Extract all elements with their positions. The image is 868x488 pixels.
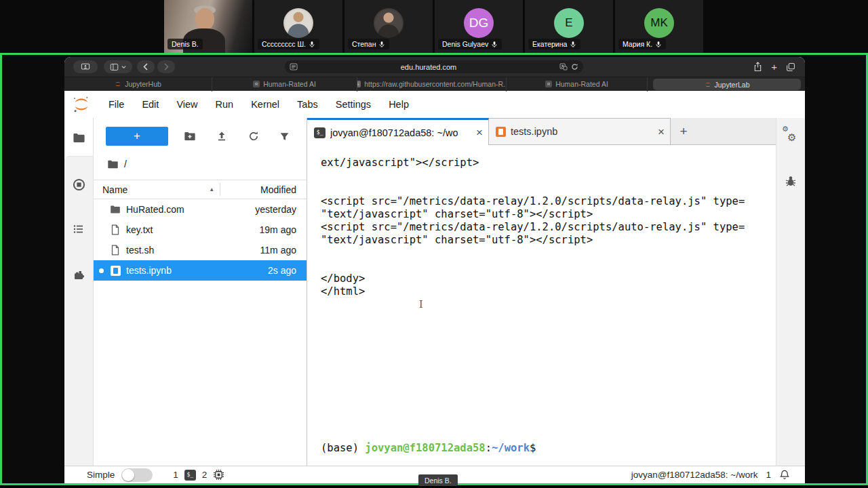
avatar-initials: E: [554, 8, 584, 38]
participant-name: Екатерина: [532, 40, 567, 48]
mic-icon: [309, 41, 315, 48]
site-favicon: G: [357, 81, 361, 87]
menu-help[interactable]: Help: [380, 91, 418, 118]
new-tab-button[interactable]: +: [771, 62, 777, 72]
terminal-count[interactable]: 1: [173, 470, 178, 480]
kernel-chip-icon: [213, 469, 224, 481]
url-text[interactable]: edu.hurated.com: [298, 63, 559, 71]
participant-tile-video[interactable]: Denis B.: [164, 0, 252, 53]
simple-mode-toggle[interactable]: [121, 468, 153, 482]
file-row-keytxt[interactable]: key.txt 19m ago: [94, 220, 307, 240]
running-sessions-tab[interactable]: [64, 172, 93, 197]
upload-button[interactable]: [216, 131, 227, 142]
participant-name-tag: Denis B.: [167, 39, 203, 49]
jupyter-favicon: [115, 81, 121, 87]
session-path[interactable]: jovyan@f180712ada58: ~/work: [631, 470, 758, 480]
browser-nav-row: edu.hurated.com +: [64, 57, 805, 77]
participant-name: Ccccccccc Ш.: [262, 40, 306, 48]
screen: { "meet": { "participants": [ { "name": …: [0, 0, 868, 488]
menu-settings[interactable]: Settings: [327, 91, 380, 118]
file-name: HuRated.com: [126, 204, 184, 215]
browser-tab-human-rated-ai[interactable]: R Human-Rated AI: [212, 77, 357, 92]
file-name: tests.ipynb: [126, 265, 172, 276]
address-bar[interactable]: edu.hurated.com: [285, 60, 583, 73]
extension-manager-tab[interactable]: [64, 263, 93, 287]
breadcrumb-root[interactable]: /: [124, 159, 127, 169]
terminal-tab[interactable]: $_ jovyan@f180712ada58: ~/wo ×: [307, 118, 489, 145]
main-dock: $_ jovyan@f180712ada58: ~/wo × tests.ipy…: [307, 118, 776, 466]
file-row-tests-ipynb[interactable]: tests.ipynb 2s ago: [94, 260, 307, 281]
file-modified: 19m ago: [260, 224, 296, 235]
menu-edit[interactable]: Edit: [133, 91, 167, 118]
sidebar-toggle[interactable]: [104, 60, 132, 73]
property-inspector-tab[interactable]: ⚙ ⚙: [782, 127, 800, 145]
participant-name-tag: Степан: [348, 39, 389, 49]
terminal-prompt: (base) jovyan@f180712ada58:~/work$: [321, 442, 536, 455]
bell-icon[interactable]: [779, 469, 790, 481]
menu-view[interactable]: View: [167, 91, 206, 118]
menu-file[interactable]: File: [100, 91, 133, 118]
menu-kernel[interactable]: Kernel: [242, 91, 288, 118]
filter-button[interactable]: [279, 131, 290, 142]
debugger-tab[interactable]: [785, 175, 797, 187]
sort-ascending-icon[interactable]: ▲: [209, 186, 214, 192]
new-launcher-button[interactable]: +: [106, 127, 168, 146]
menu-run[interactable]: Run: [207, 91, 243, 118]
reader-icon[interactable]: [290, 63, 298, 70]
terminal-line: [321, 182, 769, 195]
browser-tab-label: JupyterHub: [125, 80, 161, 88]
table-of-contents-tab[interactable]: [64, 217, 93, 241]
notification-count[interactable]: 1: [766, 470, 771, 480]
column-header-name[interactable]: Name: [102, 184, 127, 195]
add-tab-button[interactable]: +: [671, 118, 696, 144]
participant-name-tag: Ccccccccc Ш.: [258, 39, 319, 49]
menu-tabs[interactable]: Tabs: [288, 91, 327, 118]
terminal-output[interactable]: ext/javascript"></script> <script src="/…: [307, 145, 776, 466]
kernel-running-dot: [99, 268, 104, 273]
participant-tile[interactable]: Ccccccccc Ш.: [254, 0, 342, 53]
participant-tile[interactable]: Степан: [344, 0, 433, 53]
list-icon: [73, 223, 85, 235]
new-folder-button[interactable]: [184, 131, 196, 142]
site-favicon: R: [253, 81, 260, 87]
file-row-testsh[interactable]: test.sh 11m ago: [94, 240, 307, 260]
forward-button[interactable]: [157, 60, 175, 73]
gear-icon: ⚙: [782, 125, 789, 134]
column-header-modified[interactable]: Modified: [260, 184, 296, 195]
sidebar-icon: [110, 63, 119, 71]
browser-tab-raw-github[interactable]: G https://raw.githubusercontent.com/Huma…: [357, 77, 507, 92]
terminal-line: "text/javascript" charset="utf-8"></scri…: [321, 234, 769, 247]
jupyter-logo: [73, 96, 90, 113]
file-browser-tab[interactable]: [64, 125, 93, 150]
translate-icon[interactable]: [559, 63, 568, 70]
reload-icon[interactable]: [571, 63, 578, 70]
folder-icon[interactable]: [107, 159, 119, 169]
tab-overview-icon[interactable]: [786, 62, 795, 72]
share-icon[interactable]: [753, 62, 762, 72]
participant-tile[interactable]: E Екатерина: [525, 0, 613, 53]
participant-tile[interactable]: DG Denis Gulyaev: [435, 0, 523, 53]
jupyterlab-app: File Edit View Run Kernel Tabs Settings …: [64, 91, 805, 483]
notebook-tab[interactable]: tests.ipynb ×: [489, 118, 671, 144]
browser-tab-jupyterlab-active[interactable]: JupyterLab: [653, 79, 801, 90]
close-icon[interactable]: ×: [476, 127, 483, 138]
refresh-button[interactable]: [248, 131, 259, 142]
participant-name-tag: Denis Gulyaev: [438, 39, 502, 49]
close-icon[interactable]: ×: [658, 126, 665, 138]
display-icon: [81, 63, 90, 71]
file-name: key.txt: [126, 224, 153, 235]
back-button[interactable]: [137, 60, 155, 73]
terminal-line: <script src="/metrics/data-relay/1.2.0/s…: [321, 221, 769, 234]
participant-name-tag: Екатерина: [528, 39, 580, 49]
screen-share-indicator[interactable]: [73, 60, 98, 73]
participant-tile[interactable]: MK Мария К.: [615, 0, 703, 53]
mic-icon: [491, 41, 498, 48]
jupyter-favicon: [705, 81, 711, 88]
file-list-header: Name ▲ Modified: [94, 180, 307, 199]
browser-tab-jupyterhub[interactable]: JupyterHub: [64, 77, 212, 92]
file-row-hurated[interactable]: HuRated.com yesterday: [94, 199, 307, 220]
mic-icon: [570, 41, 576, 48]
kernel-count[interactable]: 2: [202, 470, 208, 480]
browser-tab-human-rated-ai-2[interactable]: R Human-Rated AI: [507, 77, 648, 92]
puzzle-icon: [73, 269, 85, 281]
